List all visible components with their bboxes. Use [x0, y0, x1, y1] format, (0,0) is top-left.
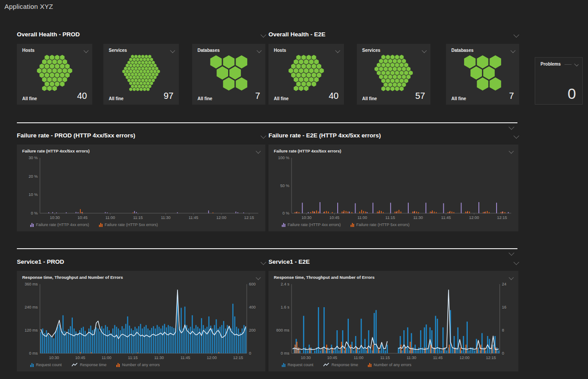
health-tile-databases-e2e[interactable]: Databases All fine7 [446, 44, 519, 105]
chevron-down-icon[interactable] [509, 250, 514, 256]
svg-text:20 %: 20 % [28, 174, 38, 179]
svg-text:8: 8 [502, 328, 504, 332]
service1-e2e-chart[interactable]: 0 ms800 ms1.6 s2.4 s08162410:3010:4511:0… [271, 280, 516, 362]
bar-series-icon [351, 223, 354, 227]
failure-rate-e2e-chart[interactable]: 0 %50 %100 %10:3010:4511:0011:1511:3011:… [271, 153, 516, 222]
chart-title: Response time, Throughput and Number of … [274, 275, 375, 280]
svg-text:0 %: 0 % [282, 211, 289, 215]
chevron-down-icon[interactable] [260, 259, 266, 265]
svg-text:11:00: 11:00 [105, 215, 115, 220]
service1-prod-chart[interactable]: 0 ms120 ms240 ms360 ms020040060010:3010:… [20, 280, 263, 362]
legend-item[interactable]: Failure rate (HTTP 4xx errors) [30, 223, 89, 227]
section-title: Failure rate - E2E (HTTP 4xx/5xx errors) [268, 132, 381, 139]
chevron-down-icon[interactable] [335, 48, 340, 53]
svg-text:11:00: 11:00 [354, 356, 363, 360]
health-tile-hosts-e2e[interactable]: Hosts All fine40 [268, 44, 344, 105]
honeycomb [272, 55, 340, 91]
chevron-down-icon[interactable] [260, 32, 266, 38]
svg-text:11:00: 11:00 [357, 215, 367, 220]
health-tile-hosts-prod[interactable]: Hosts All fine40 [17, 44, 92, 105]
legend-item[interactable]: Number of any errors [368, 363, 411, 367]
honeycomb [196, 55, 262, 91]
svg-text:11:30: 11:30 [154, 356, 164, 360]
svg-text:10:30: 10:30 [49, 356, 59, 360]
legend-label: Failure rate (HTTP 4xx errors) [288, 223, 341, 227]
legend-item[interactable]: Number of any errors [116, 363, 160, 367]
status-text: All fine [362, 96, 377, 101]
legend-label: Response time [331, 363, 358, 367]
health-tile-services-prod[interactable]: Services All fine97 [103, 44, 179, 105]
honeycomb [20, 55, 89, 91]
legend-item[interactable]: Failure rate (HTTP 5xx errors) [99, 223, 158, 227]
chevron-down-icon[interactable] [513, 133, 519, 139]
section-header-service1-e2e: Service1 - E2E [268, 258, 518, 265]
health-tile-services-e2e[interactable]: Services All fine57 [357, 44, 430, 105]
svg-text:1.6 s: 1.6 s [280, 305, 289, 309]
tile-label: Services [362, 48, 380, 53]
failure-rate-prod-tile: Failure rate (HTTP 4xx/5xx errors) 0 %10… [17, 145, 265, 231]
status-text: All fine [109, 96, 123, 101]
svg-text:0: 0 [502, 351, 504, 356]
bar-series-icon [282, 363, 285, 367]
svg-text:12:00: 12:00 [217, 215, 227, 220]
chevron-down-icon[interactable] [422, 48, 426, 53]
svg-text:12:15: 12:15 [486, 356, 496, 360]
svg-text:24: 24 [502, 282, 506, 286]
chevron-down-icon[interactable] [256, 148, 260, 153]
honeycomb [107, 55, 175, 91]
bar-series-icon [30, 223, 34, 227]
chevron-down-icon[interactable] [574, 62, 579, 66]
failure-rate-prod-chart[interactable]: 0 %10 %20 %30 %10:3010:4511:0011:1511:30… [20, 153, 263, 222]
svg-text:12:15: 12:15 [233, 356, 243, 360]
legend-item[interactable]: Request count [282, 363, 313, 367]
chevron-down-icon[interactable] [256, 275, 260, 280]
svg-text:10:45: 10:45 [329, 215, 339, 220]
svg-text:11:45: 11:45 [441, 215, 451, 220]
bar-series-icon [368, 363, 371, 367]
service1-prod-tile: Response time, Throughput and Number of … [17, 271, 265, 371]
chevron-down-icon[interactable] [510, 48, 515, 53]
entity-count: 40 [77, 91, 87, 101]
tile-label: Hosts [22, 48, 35, 53]
chevron-down-icon[interactable] [509, 275, 513, 280]
svg-text:11:45: 11:45 [181, 356, 190, 360]
svg-text:0 ms: 0 ms [29, 351, 38, 356]
legend-label: Response time [80, 363, 107, 367]
bar-series-icon [30, 363, 34, 367]
section-header-health-prod: Overall Health - PROD [17, 31, 265, 38]
svg-text:11:30: 11:30 [161, 215, 170, 220]
health-tile-databases-prod[interactable]: Databases All fine7 [192, 44, 265, 105]
legend-item[interactable]: Response time [71, 363, 107, 367]
status-text: All fine [197, 96, 212, 101]
svg-text:2.4 s: 2.4 s [280, 282, 289, 286]
svg-text:10:30: 10:30 [301, 215, 312, 220]
svg-text:11:15: 11:15 [133, 215, 143, 220]
legend-item[interactable]: Failure rate (HTTP 5xx errors) [351, 223, 410, 227]
legend-item[interactable]: Failure rate (HTTP 4xx errors) [282, 223, 341, 227]
legend-item[interactable]: Request count [30, 363, 62, 367]
svg-text:360 ms: 360 ms [24, 282, 38, 286]
chevron-down-icon[interactable] [509, 148, 513, 153]
chevron-down-icon[interactable] [513, 259, 519, 265]
svg-text:12:00: 12:00 [469, 215, 479, 220]
entity-count: 40 [329, 91, 339, 101]
problems-count: 0 [568, 85, 576, 102]
chevron-down-icon[interactable] [260, 133, 266, 139]
chevron-down-icon[interactable] [170, 48, 175, 53]
svg-text:10:45: 10:45 [75, 356, 86, 360]
section-header-failure-e2e: Failure rate - E2E (HTTP 4xx/5xx errors) [268, 132, 518, 139]
section-divider [17, 248, 517, 249]
bar-series-icon [116, 363, 120, 367]
legend-label: Number of any errors [374, 363, 411, 367]
legend-item[interactable]: Response time [323, 363, 358, 367]
chevron-down-icon[interactable] [83, 48, 88, 53]
dashboard: Application XYZ Overall Health - PROD Ov… [0, 0, 588, 379]
chevron-down-icon[interactable] [513, 32, 519, 38]
svg-text:11:00: 11:00 [102, 356, 111, 360]
chevron-down-icon[interactable] [509, 124, 514, 130]
svg-text:50 %: 50 % [280, 184, 289, 188]
page-title: Application XYZ [4, 3, 53, 10]
chevron-down-icon[interactable] [257, 48, 261, 53]
problems-tile[interactable]: Problems 0 [535, 57, 583, 105]
section-title: Overall Health - PROD [17, 31, 80, 38]
